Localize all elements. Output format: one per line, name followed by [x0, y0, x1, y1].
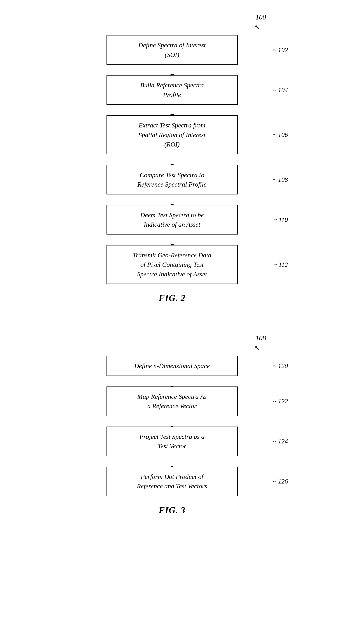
step-104-container: Build Reference Spectra Profile 104 [85, 75, 260, 105]
step-124-label: 124 [273, 438, 288, 445]
step-112-label: 112 [274, 261, 288, 268]
step-108-box: Compare Test Spectra to Reference Spectr… [107, 165, 238, 194]
step-126-id: 126 [278, 478, 288, 485]
step-126-box: Perform Dot Product of Reference and Tes… [107, 467, 238, 496]
arrow-3 [172, 154, 172, 165]
step-102-text: Define Spectra of Interest (SOI) [139, 42, 206, 58]
page-container: 100 ↖ Define Spectra of Interest (SOI) 1… [0, 0, 344, 542]
step-110-box: Deem Test Spectra to be Indicative of an… [107, 205, 238, 234]
step-122-label: 122 [273, 398, 288, 405]
step-104-label: 104 [273, 86, 288, 94]
step-106-box: Extract Test Spectra from Spatial Region… [107, 115, 238, 154]
step-122-box: Map Reference Spectra As a Reference Vec… [107, 386, 238, 416]
arrow-5 [172, 234, 172, 245]
step-120-text: Define n-Dimensional Space [134, 362, 210, 370]
step-112-id: 112 [279, 261, 288, 268]
step-124-id: 124 [278, 438, 288, 445]
step-122-text: Map Reference Spectra As a Reference Vec… [137, 393, 207, 410]
step-120-id: 120 [278, 362, 288, 370]
step-102-id: 102 [278, 46, 288, 54]
arrow-6 [172, 376, 172, 386]
step-122-id: 122 [278, 398, 288, 405]
step-106-text: Extract Test Spectra from Spatial Region… [139, 122, 205, 148]
step-122-container: Map Reference Spectra As a Reference Vec… [85, 386, 260, 416]
step-120-label: 120 [273, 362, 288, 370]
step-124-text: Project Test Spectra as a Test Vector [140, 433, 205, 450]
arrow-1 [172, 64, 172, 75]
step-110-container: Deem Test Spectra to be Indicative of an… [85, 205, 260, 234]
arrow-8 [172, 456, 172, 467]
step-112-text: Transmit Geo-Reference Data of Pixel Con… [133, 252, 211, 278]
step-106-container: Extract Test Spectra from Spatial Region… [85, 115, 260, 154]
fig2-caption: FIG. 2 [159, 293, 185, 303]
step-102-box: Define Spectra of Interest (SOI) [107, 35, 238, 64]
fig2-section: 100 ↖ Define Spectra of Interest (SOI) 1… [74, 13, 271, 316]
step-110-text: Deem Test Spectra to be Indicative of an… [140, 211, 204, 228]
step-106-id: 106 [278, 131, 288, 138]
fig2-flowchart: Define Spectra of Interest (SOI) 102 Bui… [96, 35, 249, 284]
fig2-ref-number: 100 [256, 13, 266, 21]
step-104-box: Build Reference Spectra Profile [107, 75, 238, 105]
fig3-flowchart: Define n-Dimensional Space 120 Map Refer… [96, 356, 249, 496]
step-102-label: 102 [273, 46, 288, 54]
arrow-4 [172, 194, 172, 205]
step-126-container: Perform Dot Product of Reference and Tes… [85, 467, 260, 496]
fig3-ref-arrow: ↖ [255, 344, 260, 352]
step-108-label: 108 [273, 176, 288, 183]
step-110-id: 110 [279, 216, 288, 223]
step-112-container: Transmit Geo-Reference Data of Pixel Con… [85, 245, 260, 284]
step-112-box: Transmit Geo-Reference Data of Pixel Con… [107, 245, 238, 284]
fig3-ref-number: 108 [256, 334, 266, 342]
step-124-box: Project Test Spectra as a Test Vector [107, 426, 238, 456]
arrow-2 [172, 105, 172, 115]
step-104-text: Build Reference Spectra Profile [140, 82, 204, 98]
step-124-container: Project Test Spectra as a Test Vector 12… [85, 426, 260, 456]
fig3-section: 108 ↖ Define n-Dimensional Space 120 Map [74, 334, 271, 528]
step-126-text: Perform Dot Product of Reference and Tes… [137, 473, 207, 490]
step-120-box: Define n-Dimensional Space [107, 356, 238, 376]
step-108-id: 108 [278, 176, 288, 183]
arrow-7 [172, 416, 172, 426]
step-108-text: Compare Test Spectra to Reference Spectr… [138, 171, 207, 188]
step-104-id: 104 [278, 86, 288, 94]
step-108-container: Compare Test Spectra to Reference Spectr… [85, 165, 260, 194]
fig2-ref-arrow: ↖ [255, 24, 260, 31]
step-120-container: Define n-Dimensional Space 120 [85, 356, 260, 376]
step-110-label: 110 [274, 216, 288, 223]
fig3-caption: FIG. 3 [159, 505, 185, 516]
step-106-label: 106 [273, 131, 288, 138]
step-126-label: 126 [273, 478, 288, 485]
step-102-container: Define Spectra of Interest (SOI) 102 [85, 35, 260, 64]
